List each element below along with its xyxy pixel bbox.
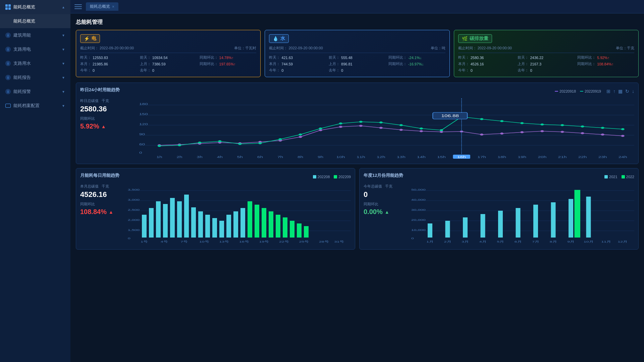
- bottom-charts: 月能耗每日用能趋势 202208 202209: [76, 168, 639, 250]
- monthly-svg: 3,500 3,000 2,500 2,000 1,500 0: [128, 184, 351, 244]
- water-title: 💧 水: [269, 34, 289, 43]
- svg-rect-102: [170, 198, 175, 238]
- svg-text:5月: 5月: [497, 240, 504, 243]
- svg-point-42: [299, 134, 302, 136]
- svg-rect-147: [481, 214, 485, 238]
- info-icon-4: i: [5, 75, 11, 80]
- svg-rect-99: [149, 208, 154, 238]
- svg-rect-151: [551, 202, 556, 238]
- table-icon[interactable]: ⊞: [606, 89, 610, 94]
- chevron-up-icon: ▲: [62, 5, 65, 9]
- svg-text:3,000: 3,000: [128, 198, 140, 201]
- svg-text:21h: 21h: [558, 155, 567, 159]
- svg-rect-153: [586, 197, 591, 238]
- svg-rect-120: [297, 223, 302, 238]
- svg-point-41: [278, 138, 282, 140]
- svg-point-34: [621, 135, 625, 137]
- monthly-stats: 本月总碳值 千克 4526.16 同期环比 108.84% ▲: [80, 184, 124, 245]
- svg-text:30,000: 30,000: [411, 208, 426, 211]
- svg-point-32: [581, 132, 584, 134]
- svg-rect-104: [184, 195, 189, 238]
- svg-point-23: [399, 129, 403, 131]
- svg-point-54: [540, 123, 544, 125]
- svg-text:10月: 10月: [584, 240, 593, 243]
- svg-text:1月: 1月: [426, 240, 433, 243]
- sidebar-item-energy-overview-sub[interactable]: 能耗总概览: [0, 14, 70, 28]
- svg-rect-146: [463, 217, 468, 238]
- tab-close[interactable]: ×: [112, 4, 114, 9]
- svg-point-33: [601, 134, 604, 136]
- arrow-up-icon: ▲: [101, 124, 106, 129]
- svg-text:2h: 2h: [177, 155, 182, 159]
- sidebar-item-building-energy[interactable]: i 建筑用能 ▼: [0, 28, 70, 42]
- svg-rect-98: [142, 215, 147, 238]
- svg-rect-106: [198, 211, 203, 238]
- svg-point-49: [440, 129, 443, 131]
- menu-toggle[interactable]: [73, 3, 83, 10]
- chart-24h-svg: 180 150 120 90 60 0: [139, 98, 634, 159]
- yearly-chart-canvas: 50,000 40,000 30,000 20,000 10,000 0: [411, 184, 634, 245]
- svg-point-46: [379, 121, 383, 123]
- svg-rect-150: [533, 205, 538, 238]
- svg-text:10h: 10h: [336, 155, 345, 159]
- sidebar-item-branch-water[interactable]: i 支路用水 ▼: [0, 56, 70, 70]
- monthly-arrow-icon: ▲: [109, 209, 113, 215]
- svg-text:18h: 18h: [497, 155, 506, 159]
- svg-point-36: [178, 144, 181, 146]
- svg-rect-113: [248, 201, 252, 238]
- sidebar-item-energy-config[interactable]: 能耗档案配置 ▼: [0, 99, 70, 113]
- svg-text:28号: 28号: [319, 240, 329, 243]
- svg-point-43: [319, 127, 322, 130]
- yearly-chart-title: 年度12月份用能趋势: [364, 172, 403, 178]
- svg-text:13h: 13h: [397, 155, 406, 159]
- svg-text:10号: 10号: [199, 240, 209, 243]
- tab-energy-overview[interactable]: 能耗总概览 ×: [86, 2, 118, 11]
- svg-rect-114: [255, 205, 259, 238]
- svg-rect-112: [240, 208, 245, 238]
- svg-point-24: [420, 130, 423, 132]
- svg-point-18: [299, 136, 302, 138]
- svg-text:1h: 1h: [156, 155, 162, 159]
- svg-rect-145: [445, 221, 450, 238]
- monthly-chart-title: 月能耗每日用能趋势: [80, 172, 119, 178]
- chart-toolbar: ⊞ ↑ ▦ ↻ ↓: [606, 89, 634, 94]
- chart-24h-canvas: 180 150 120 90 60 0: [139, 98, 634, 160]
- svg-text:19h: 19h: [518, 155, 526, 159]
- svg-rect-109: [219, 221, 224, 238]
- bar-chart-icon[interactable]: ▦: [618, 89, 623, 94]
- svg-text:106.88: 106.88: [441, 114, 459, 118]
- svg-rect-110: [226, 215, 231, 238]
- svg-point-27: [480, 134, 483, 136]
- main-content: 能耗总概览 × 总能耗管理 ⚡ 电 截止时间： 2022-09-20 00:00…: [70, 0, 644, 362]
- page-title: 总能耗管理: [76, 19, 639, 26]
- svg-point-37: [198, 142, 201, 144]
- svg-point-38: [218, 140, 221, 142]
- sidebar-item-energy-report[interactable]: i 能耗报告 ▼: [0, 70, 70, 85]
- tab-label: 能耗总概览: [90, 4, 110, 9]
- svg-text:120: 120: [139, 122, 148, 126]
- svg-text:20h: 20h: [538, 155, 547, 159]
- svg-point-53: [520, 122, 524, 124]
- svg-text:150: 150: [139, 112, 148, 116]
- chevron-down-icon: ▼: [62, 34, 65, 37]
- download-icon[interactable]: ↓: [632, 89, 634, 94]
- sidebar-item-label: 能耗总概览: [13, 4, 35, 10]
- svg-rect-101: [163, 204, 168, 238]
- sidebar-item-label: 支路用水: [13, 60, 31, 66]
- upload-icon[interactable]: ↑: [613, 89, 615, 94]
- yearly-chart-section: 年度12月份用能趋势 2021 2022: [359, 168, 639, 250]
- svg-point-35: [158, 145, 161, 147]
- svg-text:3月: 3月: [462, 240, 469, 243]
- sidebar-item-energy-overview[interactable]: 能耗总概览 ▲: [0, 0, 70, 14]
- leaf-icon: 🌿: [462, 36, 468, 41]
- svg-point-39: [238, 143, 241, 145]
- lightning-icon: ⚡: [84, 36, 90, 41]
- sidebar-item-energy-alarm[interactable]: i 能耗报警 ▼: [0, 85, 70, 99]
- refresh-icon[interactable]: ↻: [625, 89, 629, 94]
- sidebar-item-branch-electricity[interactable]: i 支路用电 ▼: [0, 42, 70, 56]
- svg-text:19号: 19号: [259, 240, 269, 243]
- topbar: 能耗总概览 ×: [70, 0, 644, 13]
- svg-rect-105: [191, 207, 196, 238]
- sidebar-item-label: 能耗报告: [13, 74, 31, 81]
- svg-text:20,000: 20,000: [411, 218, 426, 221]
